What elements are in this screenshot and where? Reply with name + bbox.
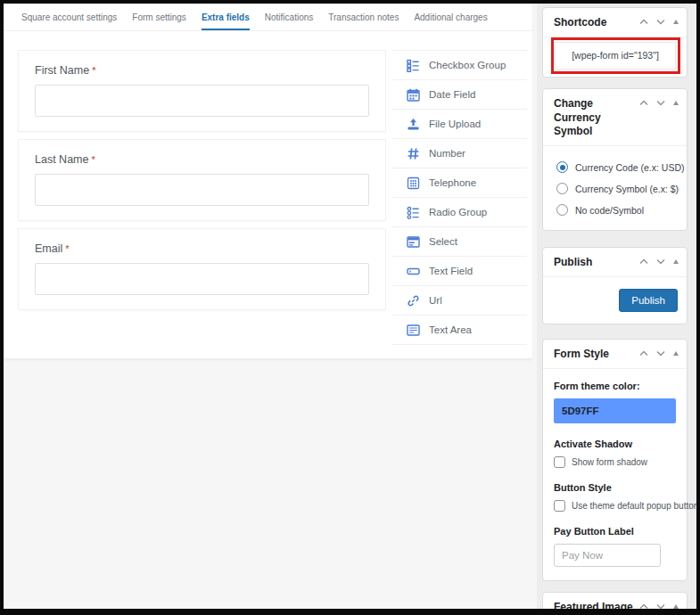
field-type-select[interactable]: Select [392,227,527,257]
tab-notifications[interactable]: Notifications [265,4,313,30]
select-icon [406,235,420,249]
field-type-label: Url [429,295,442,306]
field-type-checkbox-group[interactable]: Checkbox Group [392,51,527,80]
show-form-shadow-row[interactable]: Show form shadow [554,456,676,468]
form-style-panel: Form Style Form theme color: 5D97FF Acti… [542,339,688,581]
field-type-text-area[interactable]: Text Area [392,316,527,345]
form-preview: First Name* Last Name* Email* [18,50,386,345]
required-asterisk: * [91,154,95,165]
panel-title: Featured Image (show on popup only) [554,601,639,615]
field-type-label: Checkbox Group [429,60,506,70]
text-area-icon [406,324,420,337]
radio-button-icon[interactable] [556,204,568,216]
publish-button[interactable]: Publish [619,289,678,312]
field-type-label: File Upload [429,119,481,129]
required-asterisk: * [92,65,95,76]
file-upload-icon [406,118,420,131]
collapse-toggle-icon[interactable] [673,604,679,609]
field-type-label: Telephone [429,177,476,188]
field-type-date-field[interactable]: Date Field [392,80,527,110]
tab-square-account-settings[interactable]: Square account settings [21,4,117,30]
move-down-icon[interactable] [656,19,665,25]
radio-currency-code[interactable]: Currency Code (e.x: USD) [556,161,678,173]
activate-shadow-label: Activate Shadow [554,439,676,449]
radio-label: Currency Symbol (e.x: $) [575,184,679,194]
settings-tabbar: Square account settings Form settings Ex… [4,4,532,31]
radio-no-code-symbol[interactable]: No code/Symbol [556,204,678,216]
field-type-text-field[interactable]: Text Field [392,257,527,286]
tab-extra-fields[interactable]: Extra fields [202,4,250,30]
theme-color-swatch[interactable]: 5D97FF [554,398,676,423]
currency-panel-header[interactable]: Change Currency Symbol [543,89,687,146]
last-name-input[interactable] [35,174,369,206]
shortcode-panel-body: [wpep-form id="193"] [543,37,687,77]
field-type-radio-group[interactable]: Radio Group [392,198,527,227]
field-type-number[interactable]: Number [392,139,527,168]
field-label: Email* [35,242,369,255]
email-input[interactable] [35,263,369,295]
shortcode-panel: Shortcode [wpep-form id="193"] [542,7,688,78]
form-field-block-email[interactable]: Email* [18,228,386,310]
panel-header-icons [639,348,679,357]
collapse-toggle-icon[interactable] [673,351,679,356]
field-label: First Name* [35,64,369,77]
button-style-label: Button Style [554,482,676,493]
form-style-panel-body: Form theme color: 5D97FF Activate Shadow… [543,369,687,580]
extra-fields-content: First Name* Last Name* Email* Che [4,31,532,345]
collapse-toggle-icon[interactable] [673,20,679,24]
pay-button-label-input[interactable] [554,544,661,567]
move-down-icon[interactable] [656,603,665,610]
publish-panel-header[interactable]: Publish [543,248,687,277]
first-name-input[interactable] [35,85,369,117]
checkbox-icon[interactable] [554,500,565,512]
main-panel: Square account settings Form settings Ex… [4,4,532,358]
settings-sidebar: Shortcode [wpep-form id="193"] Change Cu… [542,7,688,615]
panel-header-icons [639,256,679,265]
field-type-label: Text Field [429,266,473,276]
tab-form-settings[interactable]: Form settings [132,4,186,30]
field-type-label: Select [429,236,457,247]
shortcode-panel-header[interactable]: Shortcode [543,8,687,37]
form-field-block-last-name[interactable]: Last Name* [18,139,386,221]
panel-header-icons [639,16,679,25]
checkbox-icon[interactable] [554,456,565,468]
move-down-icon[interactable] [656,100,665,106]
move-up-icon[interactable] [639,603,648,610]
radio-button-icon[interactable] [556,161,568,173]
app-window: Square account settings Form settings Ex… [0,0,700,615]
field-label: Last Name* [35,153,369,166]
shortcode-value[interactable]: [wpep-form id="193"] [555,42,676,70]
field-type-label: Date Field [429,89,475,100]
radio-currency-symbol[interactable]: Currency Symbol (e.x: $) [556,183,678,194]
use-theme-popup-style-row[interactable]: Use theme default popup button style [554,500,676,512]
collapse-toggle-icon[interactable] [673,259,679,264]
field-type-telephone[interactable]: Telephone [392,168,527,198]
featured-image-panel-header[interactable]: Featured Image (show on popup only) [543,593,687,615]
panel-title: Shortcode [554,16,639,30]
panel-title: Change Currency Symbol [554,97,639,139]
checkbox-label: Show form shadow [572,457,647,467]
tab-additional-charges[interactable]: Additional charges [414,4,487,30]
field-type-label: Radio Group [429,207,487,217]
form-style-panel-header[interactable]: Form Style [543,340,687,369]
currency-panel-body: Currency Code (e.x: USD) Currency Symbol… [543,146,687,230]
featured-image-panel: Featured Image (show on popup only) Set … [542,592,688,615]
move-up-icon[interactable] [639,100,648,106]
field-type-list: Checkbox Group Date Field File Upload [392,50,527,345]
checkbox-label: Use theme default popup button style [572,501,700,511]
number-icon [406,147,420,160]
collapse-toggle-icon[interactable] [673,101,679,105]
move-up-icon[interactable] [639,258,648,265]
move-down-icon[interactable] [656,258,665,265]
form-field-block-first-name[interactable]: First Name* [18,50,386,132]
field-type-label: Number [429,148,465,159]
radio-button-icon[interactable] [556,183,568,194]
move-down-icon[interactable] [656,350,665,357]
field-type-url[interactable]: Url [392,286,527,316]
required-asterisk: * [65,243,69,254]
move-up-icon[interactable] [639,19,648,25]
field-type-file-upload[interactable]: File Upload [392,110,527,139]
tab-transaction-notes[interactable]: Transaction notes [328,4,399,30]
pay-button-label-heading: Pay Button Label [554,526,676,537]
move-up-icon[interactable] [639,350,648,357]
